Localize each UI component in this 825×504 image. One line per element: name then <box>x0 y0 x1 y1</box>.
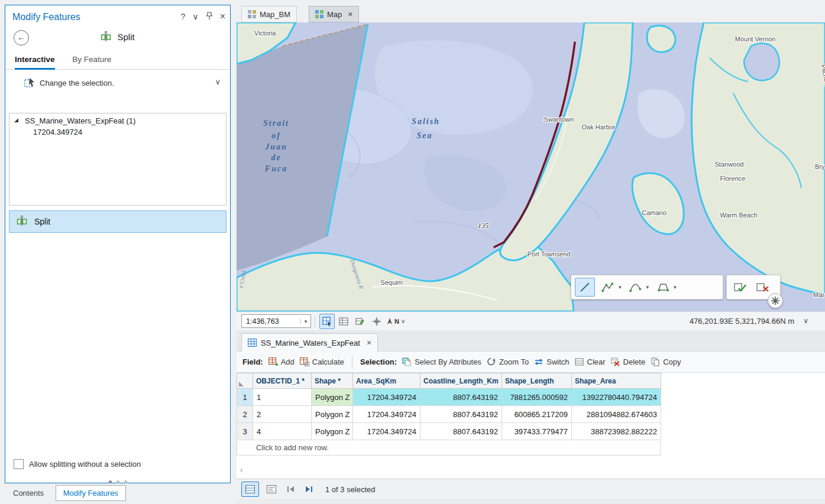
help-icon[interactable]: ? <box>181 12 186 21</box>
north-arrow-button[interactable]: N ∨ <box>387 318 405 325</box>
objectid-cell[interactable]: 1 <box>253 389 312 406</box>
curve-tool[interactable] <box>625 278 645 297</box>
copy-button[interactable]: Copy <box>651 357 681 366</box>
delete-selected-button[interactable]: Delete <box>611 357 646 366</box>
change-selection-row[interactable]: Change the selection. ∨ <box>5 70 230 97</box>
tool-header: ← Split <box>5 29 230 51</box>
tab-interactive[interactable]: Interactive <box>15 51 55 70</box>
column-header-coastline[interactable]: Coastline_Length_Km <box>420 373 502 389</box>
finish-sketch-button[interactable] <box>730 278 750 297</box>
expand-icon[interactable]: ◢ <box>14 117 18 123</box>
trace-tool-dropdown-icon[interactable]: ▾ <box>674 284 677 290</box>
change-selection-chevron-icon[interactable]: ∨ <box>215 77 221 86</box>
area-sqkm-cell[interactable]: 17204.349724 <box>353 406 420 423</box>
shape-cell[interactable]: Polygon Z <box>312 423 353 440</box>
add-field-button[interactable]: Add <box>268 357 295 366</box>
first-record-button[interactable] <box>284 482 298 496</box>
column-header-shape-area[interactable]: Shape_Area <box>572 373 661 389</box>
shape-length-cell[interactable]: 600865.217209 <box>502 406 572 423</box>
switch-selection-button[interactable]: Switch <box>534 357 569 366</box>
row-number-cell[interactable]: 1 <box>237 389 253 406</box>
map-selection-button[interactable] <box>319 314 335 329</box>
objectid-cell[interactable]: 2 <box>253 406 312 423</box>
view-tab-map[interactable]: Map × <box>309 6 359 22</box>
row-number-cell[interactable]: 3 <box>237 423 253 440</box>
last-record-button[interactable] <box>302 482 316 496</box>
coastline-cell[interactable]: 8807.643192 <box>420 389 502 406</box>
shape-area-cell[interactable]: 13922780440.794724 <box>572 389 661 406</box>
close-pane-icon[interactable]: × <box>220 11 225 22</box>
view-tab-bar: Map_BM Map × <box>237 0 825 22</box>
clear-selection-button[interactable]: Clear <box>575 357 606 366</box>
switch-selection-label: Switch <box>546 357 569 366</box>
form-view-button[interactable] <box>263 482 280 497</box>
table-icon <box>248 339 257 347</box>
vertex-tool-dropdown-icon[interactable]: ▾ <box>619 284 622 290</box>
trace-shape-tool[interactable] <box>652 278 672 297</box>
selection-layer-item[interactable]: ◢ SS_Marine_Waters_ExpFeat (1) <box>9 113 226 126</box>
shape-area-cell[interactable]: 388723982.882222 <box>572 423 661 440</box>
table-bottom-bar: 1 of 3 selected <box>237 479 825 499</box>
tab-modify-features[interactable]: Modify Features <box>56 485 126 501</box>
map-status-bar: 1:436,763 ▾ N ∨ 476,201.93E 5,321,794.66… <box>237 311 825 330</box>
copy-icon <box>651 357 660 366</box>
shape-cell[interactable]: Polygon Z <box>312 389 353 406</box>
shape-area-cell[interactable]: 2881094882.674603 <box>572 406 661 423</box>
coordinate-dropdown-icon[interactable]: ∨ <box>803 317 808 325</box>
arcgis-pro-window: Modify Features ? ∨ × ← Split Interactiv… <box>0 0 825 504</box>
tab-by-feature[interactable]: By Feature <box>72 51 111 68</box>
tool-title: Split <box>5 31 230 42</box>
curve-tool-dropdown-icon[interactable]: ▾ <box>646 284 649 290</box>
lake <box>744 43 779 80</box>
area-sqkm-cell[interactable]: 17204.349724 <box>353 389 420 406</box>
attribute-table-panel: SS_Marine_Waters_ExpFeat × Field: Add Ca… <box>237 330 825 504</box>
add-field-icon <box>268 357 278 366</box>
table-view-button[interactable] <box>241 482 259 497</box>
pin-icon[interactable] <box>206 12 213 22</box>
scale-value: 1:436,763 <box>242 317 300 326</box>
selection-feature-value[interactable]: 17204.349724 <box>9 126 226 138</box>
objectid-cell[interactable]: 4 <box>253 423 312 440</box>
snap-crosshair-button[interactable] <box>369 314 384 329</box>
vertex-tool[interactable] <box>597 278 617 297</box>
chevron-down-icon[interactable]: ∨ <box>192 12 198 21</box>
add-new-row[interactable]: Click to add new row. <box>237 440 661 456</box>
calculate-field-button[interactable]: Calculate <box>300 357 344 366</box>
scale-dropdown-icon[interactable]: ▾ <box>300 318 310 324</box>
allow-splitting-checkbox[interactable] <box>14 459 24 469</box>
split-icon <box>17 216 27 228</box>
modify-pane-tabs: Interactive By Feature <box>5 51 230 70</box>
column-header-area-sqkm[interactable]: Area_SqKm <box>353 373 420 389</box>
column-header-shape-length[interactable]: Shape_Length <box>502 373 572 389</box>
coastline-cell[interactable]: 8807.643192 <box>420 406 502 423</box>
column-header-shape[interactable]: Shape * <box>312 373 353 389</box>
shape-length-cell[interactable]: 7881265.000592 <box>502 389 572 406</box>
select-all-corner[interactable] <box>237 373 253 389</box>
tab-contents[interactable]: Contents <box>6 486 51 500</box>
zoom-to-button[interactable]: Zoom To <box>487 357 529 366</box>
scroll-left-icon[interactable]: ‹ <box>240 465 243 474</box>
view-tab-map-bm[interactable]: Map_BM <box>241 6 297 22</box>
coastline-cell[interactable]: 8807.643192 <box>420 423 502 440</box>
table-tab[interactable]: SS_Marine_Waters_ExpFeat × <box>241 333 378 352</box>
discard-sketch-button[interactable] <box>753 278 773 297</box>
edit-features-button[interactable] <box>352 314 368 329</box>
split-tool-row[interactable]: Split <box>9 210 227 233</box>
map-canvas[interactable]: Strait of Juan de Fuca Salish Sea Victor… <box>237 22 825 311</box>
column-header-objectid[interactable]: OBJECTID_1 * <box>253 373 312 389</box>
table-tab-strip: SS_Marine_Waters_ExpFeat × <box>237 330 825 352</box>
area-sqkm-cell[interactable]: 17204.349724 <box>353 423 420 440</box>
shape-length-cell[interactable]: 397433.779477 <box>502 423 572 440</box>
attribute-table-button[interactable] <box>336 314 351 329</box>
close-map-tab-icon[interactable]: × <box>348 9 352 19</box>
corner-triangle-icon <box>239 382 244 386</box>
snapping-button[interactable] <box>768 293 783 308</box>
select-by-attributes-button[interactable]: Select By Attributes <box>402 357 481 366</box>
line-segment-tool[interactable] <box>575 278 595 297</box>
close-table-tab-icon[interactable]: × <box>367 338 371 347</box>
north-dropdown-icon[interactable]: ∨ <box>401 318 405 324</box>
scale-combobox[interactable]: 1:436,763 ▾ <box>241 314 311 328</box>
shape-cell[interactable]: Polygon Z <box>312 406 353 423</box>
place-label: Florence <box>720 175 746 182</box>
row-number-cell[interactable]: 2 <box>237 406 253 423</box>
